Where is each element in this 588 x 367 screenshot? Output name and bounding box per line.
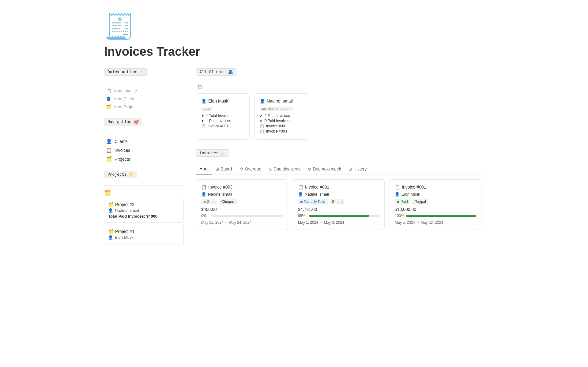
invoices-tabs: ≡ All ⊞ Board ⏱ Overdue ⊙ Due this week — [196, 164, 484, 174]
project-client-1: 👤 Elon Musk — [108, 235, 180, 240]
invoice-001-elon-dates: May 5, 2024 → May 23, 2024 — [395, 220, 476, 225]
project-icon: 🗂️ — [106, 104, 111, 109]
client-role-nadine: Notion Creator — [260, 107, 293, 111]
invoice-003-icon: 📋 — [201, 185, 206, 189]
invoice-003-amount: $400.00 — [201, 207, 283, 212]
invoice-001-elon-title: 📋 Invoice #001 — [395, 185, 476, 189]
tab-due-next-week-icon: ⊙ — [308, 167, 311, 171]
client-name-nadine: 👤 Nadine Ismail — [260, 99, 303, 103]
invoice-001-elon-method-badge: Paypal — [412, 199, 428, 204]
client-person-icon-nadine: 👤 — [260, 99, 265, 103]
sidebar-item-clients[interactable]: 👤 Clients — [104, 137, 184, 146]
invoices-section: Invoices 🧾 ≡ All ⊞ Board ⏱ — [196, 149, 484, 230]
invoice-001-elon-progress-fill — [406, 215, 476, 217]
invoice-list-icon: 📋 — [201, 124, 206, 128]
invoice-001-elon-client-icon: 👤 — [395, 192, 400, 197]
invoice-001-nadine-dates: May 1, 2024 → May 3, 2024 — [298, 220, 379, 225]
client-invoice-elon-1: 📋 Invoice #001 — [201, 124, 244, 128]
clients-icon: 🫂 — [228, 70, 233, 74]
sidebar-item-projects[interactable]: 🗂️ Projects — [104, 155, 184, 163]
invoice-003-status-badge: Sent — [201, 199, 217, 204]
project-folder-icon-1: 🗂️ — [108, 229, 113, 234]
clients-grid: 👤 Elon Musk CEO ➤ 1 Total Invoices ➤ 1 P… — [196, 93, 484, 140]
invoice-001-nadine-title: 📋 Invoice #001 — [298, 185, 379, 189]
project-card-1[interactable]: 🗂️ Project #1 👤 Elon Musk — [104, 225, 184, 245]
invoices-grid: 📋 Invoice #003 👤 Nadine Ismail Sent — [196, 179, 484, 230]
client-paid-elon: ➤ 1 Paid Invoices — [201, 119, 244, 123]
project-folder-icon-2: 🗂️ — [108, 202, 113, 207]
client-card-elon[interactable]: 👤 Elon Musk CEO ➤ 1 Total Invoices ➤ 1 P… — [196, 93, 250, 140]
new-project-button[interactable]: 🗂️ New Project — [104, 103, 184, 111]
invoice-003-progress-bar — [212, 215, 283, 217]
invoice-001-elon-progress-bar — [406, 215, 476, 217]
invoice-001-nadine-progress: 85% — [298, 214, 379, 218]
client-invoice-nadine-1: 📋 Invoice #001 — [260, 124, 303, 128]
invoice-001-nadine-progress-fill — [309, 215, 369, 217]
invoice-001-elon-progress: 100% — [395, 214, 476, 218]
page-icon: 🧾 — [104, 12, 484, 41]
invoice-001-elon-badges: Paid Paypal — [395, 199, 476, 204]
invoice-001-nadine-method-badge: Stripe — [330, 199, 344, 204]
invoice-001-nadine-client: 👤 Nadine Ismail — [298, 192, 379, 197]
invoice-card-001-nadine[interactable]: 📋 Invoice #001 👤 Nadine Ismail Partially… — [293, 179, 385, 230]
status-dot-003 — [204, 201, 206, 203]
clients-add-icon[interactable]: ⊞ — [196, 83, 203, 90]
invoices-nav-icon: 📋 — [106, 147, 112, 153]
client-paid-nadine: ➤ 0 Paid Invoices — [260, 119, 303, 123]
invoice-003-progress: 0% — [201, 214, 283, 218]
projects-section: Projects 📁 🗂️ 🗂️ Project #2 👤 Nadine Ism… — [104, 171, 184, 245]
navigation-section: Navigation 🎯 👤 Clients 📋 Invoices 🗂️ Pro… — [104, 118, 184, 163]
tab-due-this-week[interactable]: ⊙ Due this week — [265, 164, 304, 174]
client-total-elon: ➤ 1 Total Invoices — [201, 114, 244, 118]
invoice-icon: 📋 — [106, 88, 111, 93]
invoice-001-nadine-badges: Partially Paid Stripe — [298, 199, 379, 204]
tab-board[interactable]: ⊞ Board — [212, 164, 236, 174]
invoice-003-client-icon: 👤 — [201, 192, 206, 197]
invoice-003-badges: Sent Cheque — [201, 199, 283, 204]
status-dot-001-elon — [397, 201, 399, 203]
tab-all-icon: ≡ — [200, 167, 202, 171]
invoice-card-001-elon[interactable]: 📋 Invoice #001 👤 Elon Musk Paid — [390, 179, 481, 230]
project-client-icon-2: 👤 — [108, 208, 113, 213]
page-title: Invoices Tracker — [104, 45, 484, 58]
invoices-section-icon: 🧾 — [221, 151, 226, 155]
tab-board-icon: ⊞ — [216, 167, 219, 171]
sidebar-item-invoices[interactable]: 📋 Invoices — [104, 146, 184, 155]
client-role-elon: CEO — [201, 107, 212, 111]
tab-history[interactable]: ⊟ History — [345, 164, 371, 174]
clients-nav-icon: 👤 — [106, 138, 112, 144]
invoice-001-elon-progress-label: 100% — [395, 214, 403, 218]
main-content: All Clients 🫂 ⊞ 👤 Elon Musk CEO — [196, 68, 484, 252]
invoice-003-progress-label: 0% — [201, 214, 210, 218]
invoice-001-elon-status-badge: Paid — [395, 199, 410, 204]
clients-section-label: All Clients 🫂 — [196, 68, 236, 76]
quick-actions-label: Quick Actions ⚡ — [104, 68, 147, 76]
clients-section: All Clients 🫂 ⊞ 👤 Elon Musk CEO — [196, 68, 484, 140]
project-card-2[interactable]: 🗂️ Project #2 👤 Nadine Ismail Total Paid… — [104, 198, 184, 223]
invoice-001-elon-client: 👤 Elon Musk — [395, 192, 476, 197]
tab-history-icon: ⊟ — [349, 167, 352, 171]
invoice-001-nadine-icon: 📋 — [298, 185, 303, 189]
invoice-003-dates: May 15, 2024 → May 24, 2024 — [201, 220, 283, 225]
invoice-001-nadine-status-badge: Partially Paid — [298, 199, 328, 204]
new-client-button[interactable]: 👤 New Client — [104, 95, 184, 103]
quick-actions-section: Quick Actions ⚡ 📋 New Invoice 👤 New Clie… — [104, 68, 184, 111]
client-card-nadine[interactable]: 👤 Nadine Ismail Notion Creator ➤ 2 Total… — [254, 93, 308, 140]
new-invoice-button[interactable]: 📋 New Invoice — [104, 87, 184, 95]
tab-overdue-icon: ⏱ — [239, 167, 243, 171]
invoice-003-client: 👤 Nadine Ismail — [201, 192, 283, 197]
project-title-2: 🗂️ Project #2 — [108, 202, 180, 207]
project-client-2: 👤 Nadine Ismail — [108, 208, 180, 213]
tab-all[interactable]: ≡ All — [196, 164, 212, 174]
invoice-001-nadine-progress-bar — [309, 215, 379, 217]
tab-due-next-week[interactable]: ⊙ Due next week — [304, 164, 345, 174]
invoice-003-method-badge: Cheque — [219, 199, 237, 204]
invoice-card-003[interactable]: 📋 Invoice #003 👤 Nadine Ismail Sent — [196, 179, 288, 230]
invoice-001-elon-amount: $10,000.00 — [395, 207, 476, 212]
tab-overdue[interactable]: ⏱ Overdue — [236, 164, 265, 174]
invoices-section-label: Invoices 🧾 — [196, 149, 229, 157]
clients-section-header: All Clients 🫂 — [196, 68, 484, 79]
project-total-2: Total Paid Invoices: $4000 — [108, 214, 180, 219]
invoice-001-nadine-client-icon: 👤 — [298, 192, 303, 197]
client-icon: 👤 — [106, 96, 111, 101]
